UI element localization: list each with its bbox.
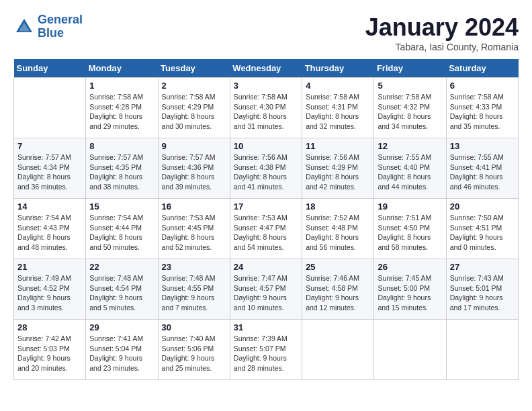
logo-line1: General: [38, 13, 83, 26]
table-cell: [302, 320, 374, 380]
table-cell: 4 Sunrise: 7:58 AMSunset: 4:31 PMDayligh…: [302, 78, 374, 138]
day-number: 28: [17, 322, 82, 332]
day-info: Sunrise: 7:43 AMSunset: 5:01 PMDaylight:…: [450, 273, 515, 313]
day-info: Sunrise: 7:57 AMSunset: 4:34 PMDaylight:…: [17, 152, 82, 192]
header-friday: Friday: [374, 59, 446, 78]
day-info: Sunrise: 7:50 AMSunset: 4:51 PMDaylight:…: [450, 213, 515, 253]
table-cell: 9 Sunrise: 7:57 AMSunset: 4:36 PMDayligh…: [158, 138, 230, 199]
header-tuesday: Tuesday: [158, 59, 230, 78]
logo-icon: [13, 16, 35, 38]
day-info: Sunrise: 7:45 AMSunset: 5:00 PMDaylight:…: [378, 273, 442, 313]
day-number: 22: [89, 262, 154, 272]
day-info: Sunrise: 7:58 AMSunset: 4:33 PMDaylight:…: [450, 92, 515, 132]
table-cell: 11 Sunrise: 7:56 AMSunset: 4:39 PMDaylig…: [302, 138, 374, 199]
day-number: 26: [378, 262, 442, 272]
day-number: 18: [306, 201, 370, 212]
table-cell: 22 Sunrise: 7:48 AMSunset: 4:54 PMDaylig…: [86, 259, 158, 320]
week-row-2: 7 Sunrise: 7:57 AMSunset: 4:34 PMDayligh…: [14, 138, 519, 199]
day-number: 17: [234, 201, 298, 212]
calendar-table: Sunday Monday Tuesday Wednesday Thursday…: [13, 59, 519, 380]
day-info: Sunrise: 7:55 AMSunset: 4:41 PMDaylight:…: [450, 152, 515, 192]
day-number: 1: [89, 81, 154, 91]
day-number: 12: [378, 141, 442, 151]
day-number: 7: [17, 141, 82, 151]
table-cell: 16 Sunrise: 7:53 AMSunset: 4:45 PMDaylig…: [158, 199, 230, 259]
day-info: Sunrise: 7:58 AMSunset: 4:28 PMDaylight:…: [89, 92, 154, 132]
day-number: 3: [234, 81, 298, 91]
day-number: 25: [306, 262, 370, 272]
table-cell: 27 Sunrise: 7:43 AMSunset: 5:01 PMDaylig…: [446, 259, 518, 320]
day-info: Sunrise: 7:58 AMSunset: 4:31 PMDaylight:…: [306, 92, 370, 132]
day-info: Sunrise: 7:58 AMSunset: 4:29 PMDaylight:…: [162, 92, 226, 132]
table-cell: 31 Sunrise: 7:39 AMSunset: 5:07 PMDaylig…: [230, 320, 302, 380]
day-number: 6: [450, 81, 515, 91]
day-info: Sunrise: 7:57 AMSunset: 4:35 PMDaylight:…: [89, 152, 154, 192]
day-info: Sunrise: 7:56 AMSunset: 4:38 PMDaylight:…: [234, 152, 298, 192]
day-number: 19: [378, 201, 442, 212]
day-info: Sunrise: 7:52 AMSunset: 4:48 PMDaylight:…: [306, 213, 370, 253]
logo: General Blue: [13, 13, 83, 40]
table-cell: 21 Sunrise: 7:49 AMSunset: 4:52 PMDaylig…: [14, 259, 86, 320]
week-row-3: 14 Sunrise: 7:54 AMSunset: 4:43 PMDaylig…: [14, 199, 519, 259]
table-cell: 14 Sunrise: 7:54 AMSunset: 4:43 PMDaylig…: [14, 199, 86, 259]
day-number: 9: [162, 141, 226, 151]
table-cell: 7 Sunrise: 7:57 AMSunset: 4:34 PMDayligh…: [14, 138, 86, 199]
day-number: 4: [306, 81, 370, 91]
day-info: Sunrise: 7:49 AMSunset: 4:52 PMDaylight:…: [17, 273, 82, 313]
day-number: 15: [89, 201, 154, 212]
day-info: Sunrise: 7:48 AMSunset: 4:55 PMDaylight:…: [162, 273, 226, 313]
location-title: Tabara, Iasi County, Romania: [365, 42, 519, 52]
day-number: 14: [17, 201, 82, 212]
day-info: Sunrise: 7:58 AMSunset: 4:30 PMDaylight:…: [234, 92, 298, 132]
table-cell: [374, 320, 446, 380]
table-cell: 13 Sunrise: 7:55 AMSunset: 4:41 PMDaylig…: [446, 138, 518, 199]
month-title: January 2024: [365, 13, 519, 42]
day-info: Sunrise: 7:51 AMSunset: 4:50 PMDaylight:…: [378, 213, 442, 253]
table-cell: 3 Sunrise: 7:58 AMSunset: 4:30 PMDayligh…: [230, 78, 302, 138]
table-cell: 15 Sunrise: 7:54 AMSunset: 4:44 PMDaylig…: [86, 199, 158, 259]
day-info: Sunrise: 7:58 AMSunset: 4:32 PMDaylight:…: [378, 92, 442, 132]
logo-line2: Blue: [38, 26, 64, 40]
table-cell: 12 Sunrise: 7:55 AMSunset: 4:40 PMDaylig…: [374, 138, 446, 199]
day-info: Sunrise: 7:42 AMSunset: 5:03 PMDaylight:…: [17, 334, 82, 373]
table-cell: 30 Sunrise: 7:40 AMSunset: 5:06 PMDaylig…: [158, 320, 230, 380]
day-info: Sunrise: 7:56 AMSunset: 4:39 PMDaylight:…: [306, 152, 370, 192]
logo-text: General Blue: [38, 13, 83, 40]
page-header: General Blue January 2024 Tabara, Iasi C…: [13, 13, 519, 52]
day-info: Sunrise: 7:48 AMSunset: 4:54 PMDaylight:…: [89, 273, 154, 313]
table-cell: 10 Sunrise: 7:56 AMSunset: 4:38 PMDaylig…: [230, 138, 302, 199]
header-monday: Monday: [86, 59, 158, 78]
table-cell: 24 Sunrise: 7:47 AMSunset: 4:57 PMDaylig…: [230, 259, 302, 320]
day-number: 21: [17, 262, 82, 272]
header-wednesday: Wednesday: [230, 59, 302, 78]
table-cell: 19 Sunrise: 7:51 AMSunset: 4:50 PMDaylig…: [374, 199, 446, 259]
table-cell: 5 Sunrise: 7:58 AMSunset: 4:32 PMDayligh…: [374, 78, 446, 138]
table-cell: 29 Sunrise: 7:41 AMSunset: 5:04 PMDaylig…: [86, 320, 158, 380]
table-cell: 20 Sunrise: 7:50 AMSunset: 4:51 PMDaylig…: [446, 199, 518, 259]
day-info: Sunrise: 7:40 AMSunset: 5:06 PMDaylight:…: [162, 334, 226, 373]
table-cell: 17 Sunrise: 7:53 AMSunset: 4:47 PMDaylig…: [230, 199, 302, 259]
day-number: 29: [89, 322, 154, 332]
day-number: 20: [450, 201, 515, 212]
table-cell: 28 Sunrise: 7:42 AMSunset: 5:03 PMDaylig…: [14, 320, 86, 380]
day-number: 31: [234, 322, 298, 332]
day-info: Sunrise: 7:55 AMSunset: 4:40 PMDaylight:…: [378, 152, 442, 192]
day-number: 2: [162, 81, 226, 91]
table-cell: [446, 320, 518, 380]
week-row-1: 1 Sunrise: 7:58 AMSunset: 4:28 PMDayligh…: [14, 78, 519, 138]
header-thursday: Thursday: [302, 59, 374, 78]
table-cell: 2 Sunrise: 7:58 AMSunset: 4:29 PMDayligh…: [158, 78, 230, 138]
day-info: Sunrise: 7:46 AMSunset: 4:58 PMDaylight:…: [306, 273, 370, 313]
day-number: 13: [450, 141, 515, 151]
table-cell: 8 Sunrise: 7:57 AMSunset: 4:35 PMDayligh…: [86, 138, 158, 199]
week-row-4: 21 Sunrise: 7:49 AMSunset: 4:52 PMDaylig…: [14, 259, 519, 320]
weekday-header-row: Sunday Monday Tuesday Wednesday Thursday…: [14, 59, 519, 78]
day-number: 8: [89, 141, 154, 151]
title-area: January 2024 Tabara, Iasi County, Romani…: [365, 13, 519, 52]
day-info: Sunrise: 7:54 AMSunset: 4:44 PMDaylight:…: [89, 213, 154, 253]
day-info: Sunrise: 7:41 AMSunset: 5:04 PMDaylight:…: [89, 334, 154, 373]
day-number: 5: [378, 81, 442, 91]
day-number: 10: [234, 141, 298, 151]
week-row-5: 28 Sunrise: 7:42 AMSunset: 5:03 PMDaylig…: [14, 320, 519, 380]
day-info: Sunrise: 7:53 AMSunset: 4:45 PMDaylight:…: [162, 213, 226, 253]
